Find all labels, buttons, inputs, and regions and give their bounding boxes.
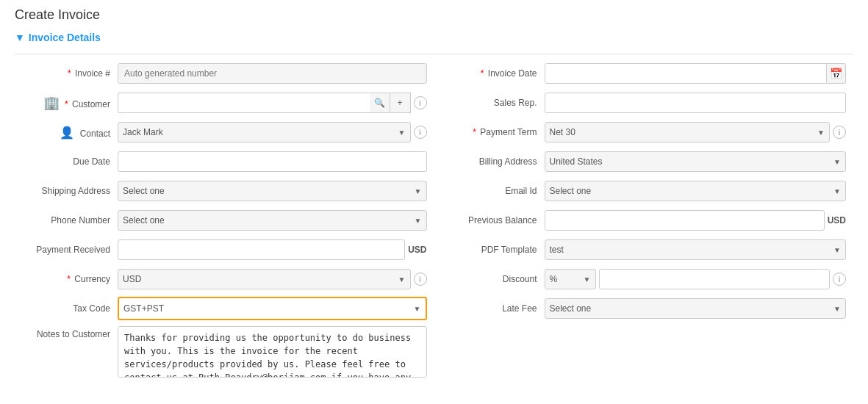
tax-code-select[interactable]: GST+PST [119,298,426,319]
payment-term-wrap: Net 30 ▼ i [545,122,847,143]
tax-code-row: Tax Code GST+PST ▼ [15,297,427,320]
customer-label: 🏢 * Customer [15,95,118,111]
payment-received-currency: USD [408,245,426,255]
notes-label: Notes to Customer [15,326,118,339]
previous-balance-input[interactable]: 65600.00 [545,210,825,231]
discount-label: Discount [442,274,545,284]
due-date-label: Due Date [15,156,118,167]
notes-wrap: Thanks for providing us the opportunity … [118,326,427,378]
phone-number-select[interactable]: Select one [118,211,426,230]
late-fee-select-wrap: Select one ▼ [545,298,847,319]
discount-type-select-wrap: % ▼ [545,269,596,289]
right-column: * Invoice Date 05/25/2016 📅 Sales Rep. R… [434,62,854,383]
pdf-template-select[interactable]: test [545,240,846,259]
required-star: * [67,274,71,284]
discount-wrap: % ▼ 0.00 i [545,269,847,289]
late-fee-wrap: Select one ▼ [545,298,847,319]
shipping-address-select[interactable]: Select one [118,181,426,201]
discount-amount-row: % ▼ 0.00 [545,269,831,289]
customer-row: 🏢 * Customer Kelleher, James J Esq 🔍 + i [15,91,427,115]
payment-term-info-icon[interactable]: i [833,126,846,139]
shipping-address-row: Shipping Address Select one ▼ [15,179,427,203]
payment-received-amount-row: 60000.00 USD [118,239,427,260]
previous-balance-currency: USD [828,215,846,226]
page-title: Create Invoice [15,7,853,23]
late-fee-select[interactable]: Select one [545,299,846,318]
previous-balance-amount-row: 65600.00 USD [545,210,847,231]
invoice-date-input-group: 05/25/2016 📅 [545,63,847,84]
form-grid: * Invoice # 🏢 * Customer Kelleher, James… [15,62,853,383]
billing-address-select[interactable]: United States [545,152,846,171]
tax-code-wrap: GST+PST ▼ [118,297,427,320]
invoice-date-input[interactable]: 05/25/2016 [545,63,827,84]
tax-code-select-wrap: GST+PST ▼ [119,298,426,319]
customer-input[interactable]: Kelleher, James J Esq [118,93,370,113]
phone-number-select-wrap: Select one ▼ [118,210,427,231]
billing-address-label: Billing Address [442,156,545,167]
discount-type-select[interactable]: % [545,270,595,289]
due-date-row: Due Date 06/24/2016 [15,150,427,173]
calendar-icon[interactable]: 📅 [827,63,846,84]
discount-value-input[interactable]: 0.00 [599,269,831,289]
billing-address-wrap: United States ▼ [545,151,847,172]
tax-code-label: Tax Code [15,303,118,314]
invoice-number-row: * Invoice # [15,62,427,85]
tax-code-highlighted-wrap: GST+PST ▼ [118,297,427,320]
section-title: Invoice Details [29,32,101,43]
invoice-number-wrap [118,63,427,84]
payment-received-input[interactable]: 60000.00 [118,239,405,260]
left-column: * Invoice # 🏢 * Customer Kelleher, James… [15,62,434,383]
sales-rep-label: Sales Rep. [442,98,545,108]
contact-label: 👤 Contact [15,126,118,140]
customer-search-button[interactable]: 🔍 [370,93,390,113]
previous-balance-wrap: 65600.00 USD [545,210,847,231]
required-star: * [473,127,476,137]
section-header: ▼ Invoice Details [15,32,853,43]
due-date-wrap: 06/24/2016 [118,151,427,172]
email-id-select-wrap: Select one ▼ [545,181,847,201]
due-date-input[interactable]: 06/24/2016 [118,151,427,172]
phone-number-row: Phone Number Select one ▼ [15,209,427,232]
contact-info-icon[interactable]: i [414,126,427,139]
customer-info-icon[interactable]: i [414,96,427,109]
required-star: * [68,68,71,79]
payment-received-row: Payment Received 60000.00 USD [15,238,427,261]
currency-select[interactable]: USD [118,270,410,289]
pdf-template-wrap: test ▼ [545,239,847,260]
sales-rep-input[interactable]: Ruth C. Beaudry [545,93,847,113]
payment-received-label: Payment Received [15,245,118,255]
invoice-date-label: * Invoice Date [442,68,545,79]
payment-term-select[interactable]: Net 30 [545,123,830,142]
sales-rep-wrap: Ruth C. Beaudry [545,93,847,113]
pdf-template-label: PDF Template [442,245,545,255]
currency-row: * Currency USD ▼ i [15,267,427,291]
invoice-number-label: * Invoice # [15,68,118,79]
invoice-number-input[interactable] [118,63,427,84]
currency-wrap: USD ▼ i [118,269,427,289]
contact-select[interactable]: Jack Mark [118,123,410,142]
billing-address-select-wrap: United States ▼ [545,151,847,172]
customer-wrap: Kelleher, James J Esq 🔍 + i [118,93,427,113]
email-id-select[interactable]: Select one [545,181,846,201]
currency-info-icon[interactable]: i [414,273,427,286]
notes-textarea[interactable]: Thanks for providing us the opportunity … [118,326,427,378]
previous-balance-label: Previous Balance [442,215,545,226]
notes-row: Notes to Customer Thanks for providing u… [15,326,427,378]
contact-select-wrap: Jack Mark ▼ [118,122,411,143]
contact-icon: 👤 [60,126,74,139]
required-star: * [65,99,68,109]
discount-info-icon[interactable]: i [833,273,846,286]
payment-term-label: * Payment Term [442,127,545,137]
contact-row: 👤 Contact Jack Mark ▼ i [15,120,427,144]
email-id-wrap: Select one ▼ [545,181,847,201]
email-id-row: Email Id Select one ▼ [442,179,847,203]
sales-rep-row: Sales Rep. Ruth C. Beaudry [442,91,847,115]
chevron-icon[interactable]: ▼ [15,32,25,43]
late-fee-row: Late Fee Select one ▼ [442,297,847,320]
shipping-address-label: Shipping Address [15,186,118,196]
pdf-template-row: PDF Template test ▼ [442,238,847,261]
currency-label: * Currency [15,274,118,284]
billing-address-row: Billing Address United States ▼ [442,150,847,173]
customer-add-button[interactable]: + [390,93,411,113]
currency-select-wrap: USD ▼ [118,269,411,289]
